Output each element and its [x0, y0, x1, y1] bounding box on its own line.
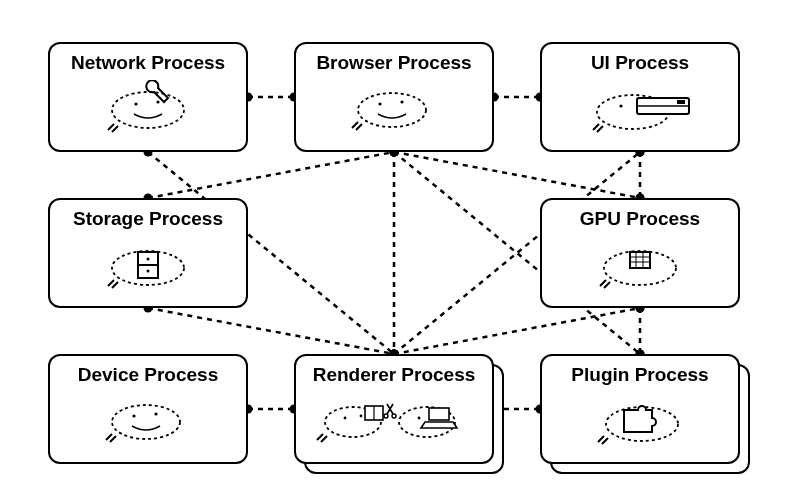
svg-rect-53: [677, 100, 685, 104]
loop-icon: [334, 80, 454, 140]
svg-point-57: [147, 258, 150, 261]
node-plugin: Plugin Process: [540, 354, 740, 464]
network-title: Network Process: [60, 52, 236, 74]
svg-point-43: [134, 102, 137, 105]
svg-point-71: [360, 415, 363, 418]
svg-point-42: [112, 92, 184, 128]
gpu-title: GPU Process: [552, 208, 728, 230]
svg-line-39: [394, 308, 640, 354]
storage-title: Storage Process: [60, 208, 236, 230]
node-browser: Browser Process: [294, 42, 494, 152]
puzzle-icon: [580, 392, 700, 452]
node-gpu: GPU Process: [540, 198, 740, 308]
node-network: Network Process: [48, 42, 248, 152]
svg-point-45: [358, 93, 426, 127]
svg-point-70: [344, 417, 347, 420]
svg-point-44: [156, 100, 159, 103]
wrench-icon: [88, 80, 208, 140]
loop-icon: [88, 392, 208, 452]
node-device: Device Process: [48, 354, 248, 464]
browser-title: Browser Process: [306, 52, 482, 74]
device-title: Device Process: [60, 364, 236, 386]
panel-icon: [575, 80, 705, 140]
node-renderer: Renderer Process: [294, 354, 494, 464]
svg-point-46: [378, 102, 381, 105]
svg-line-24: [148, 152, 394, 198]
svg-point-47: [400, 100, 403, 103]
svg-point-76: [384, 414, 388, 418]
chip-icon: [580, 236, 700, 296]
svg-point-67: [154, 412, 157, 415]
svg-rect-78: [429, 408, 449, 420]
renderer-title: Renderer Process: [306, 364, 482, 386]
node-storage: Storage Process: [48, 198, 248, 308]
plugin-title: Plugin Process: [552, 364, 728, 386]
svg-line-21: [148, 308, 394, 354]
node-ui: UI Process: [540, 42, 740, 152]
svg-point-72: [418, 417, 421, 420]
svg-point-65: [112, 405, 180, 439]
svg-point-58: [147, 270, 150, 273]
svg-point-49: [619, 104, 622, 107]
pair-icon: [309, 392, 479, 452]
svg-point-77: [392, 414, 396, 418]
ui-title: UI Process: [552, 52, 728, 74]
svg-line-27: [394, 152, 640, 198]
svg-rect-60: [630, 252, 650, 268]
drawer-icon: [88, 236, 208, 296]
svg-point-66: [132, 414, 135, 417]
